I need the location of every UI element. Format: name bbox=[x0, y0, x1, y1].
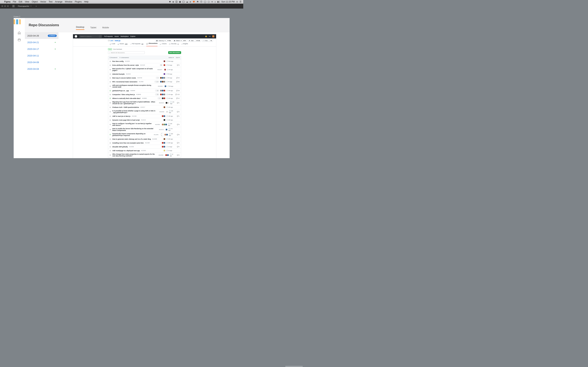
user-avatar[interactable] bbox=[212, 35, 214, 37]
discussion-row[interactable]: ⊙Best practice for a "global" static com… bbox=[108, 67, 181, 72]
add-tab-button[interactable]: + bbox=[35, 5, 37, 8]
frame-label[interactable]: Frame 2 bbox=[14, 16, 20, 18]
discussion-row[interactable]: ⊙Is it possible to know whether a page i… bbox=[108, 109, 181, 114]
discussion-row[interactable]: ⊙How to configure `tsconfig.json` to use… bbox=[108, 122, 181, 127]
feedback-link[interactable]: Give feedback bbox=[113, 48, 122, 50]
discussions-search-input[interactable]: ⌕ Search all discussions bbox=[108, 51, 145, 54]
menu-vector[interactable]: Vector bbox=[40, 0, 46, 3]
discussion-row[interactable]: ⊙Add route/page to a deployed next app#1… bbox=[108, 149, 181, 152]
bluetooth-icon[interactable]: ∗ bbox=[211, 0, 213, 3]
tab-insights[interactable]: ⫯ Insights bbox=[182, 43, 188, 46]
status-icon[interactable]: ⌀ bbox=[190, 0, 191, 3]
status-icon[interactable]: ✱ bbox=[169, 0, 171, 3]
date-item[interactable]: 2020-04-11 bbox=[25, 52, 59, 59]
discussion-row[interactable]: ☑Where to statically fetch site-wide dat… bbox=[108, 96, 181, 100]
nav-pulls[interactable]: Pull requests bbox=[104, 35, 113, 37]
discussion-row[interactable]: ⊙Firebase Auth + SWR question/advice#122… bbox=[108, 105, 181, 109]
menu-window[interactable]: Window bbox=[65, 0, 72, 3]
home-icon[interactable] bbox=[18, 31, 21, 35]
filter-unanswered[interactable]: ⊙ Unanswered bbox=[119, 57, 129, 58]
menu-help[interactable]: Help bbox=[84, 0, 88, 3]
discussion-row[interactable]: ⊙Extra attributes from the server: style… bbox=[108, 63, 181, 67]
discussion-row[interactable]: ⊙How to generate static sitemap and rss … bbox=[108, 137, 181, 141]
tab-issues[interactable]: ⊙ Issues 425 bbox=[118, 43, 128, 46]
tab-desktop[interactable]: Desktop bbox=[76, 26, 84, 30]
date-item[interactable]: 2020-04-17 bbox=[25, 46, 59, 52]
figma-canvas[interactable]: Frame 2 Repo Discussions Desktop Tablet … bbox=[0, 8, 243, 152]
status-icon[interactable]: ☘ bbox=[197, 0, 199, 3]
wifi-icon[interactable]: ⨉ bbox=[215, 0, 216, 3]
menu-object[interactable]: Object bbox=[32, 0, 38, 3]
calendar-icon[interactable] bbox=[18, 38, 21, 42]
github-logo-icon[interactable] bbox=[75, 35, 77, 38]
github-search-input[interactable]: Search or jump to... / bbox=[79, 35, 102, 38]
menu-file[interactable]: File bbox=[13, 0, 16, 3]
status-icon[interactable]: 1 bbox=[175, 1, 177, 3]
tab-discussions[interactable]: 💬 Discussions bbox=[146, 42, 157, 46]
usedby-button[interactable]: ▦ Used by ▾77.5k bbox=[155, 39, 172, 42]
nav-marketplace[interactable]: Marketplace bbox=[121, 35, 129, 37]
discussion-row[interactable]: ⊙Migrating Next app from Full SSR to hyb… bbox=[108, 100, 181, 105]
menu-edit[interactable]: Edit bbox=[19, 0, 22, 3]
figma-logo-icon[interactable]: F bbox=[12, 5, 15, 7]
repo-name[interactable]: next.js bbox=[115, 40, 121, 42]
repo-owner[interactable]: zeit bbox=[110, 40, 113, 42]
tab-prs[interactable]: ⑂ Pull requests 82 bbox=[130, 43, 144, 46]
discussion-row[interactable]: ⊙Run time config#12228🕐 54m ago bbox=[108, 59, 181, 63]
cloud-icon[interactable]: ☁ bbox=[186, 0, 188, 3]
status-icon[interactable]: ◯ bbox=[204, 0, 206, 3]
discussion-row[interactable]: ☑getStaticProps on _app#10949+ 20🕐 10h a… bbox=[108, 89, 181, 93]
discussion-row[interactable]: ⊙Best way to secure /admin routes#10724+… bbox=[108, 76, 181, 80]
design-frame[interactable]: Repo Discussions Desktop Tablet Mobile 2… bbox=[14, 18, 230, 152]
control-center-icon[interactable]: ☰ bbox=[240, 0, 242, 3]
battery-icon[interactable]: ▮▯ bbox=[217, 0, 220, 3]
tab-mobile[interactable]: Mobile bbox=[102, 26, 109, 30]
bell-icon[interactable]: 🔔 bbox=[205, 35, 207, 37]
window-traffic-lights[interactable] bbox=[1, 5, 9, 7]
discussion-row[interactable]: ⊙How to enable the Server Side Rendering… bbox=[108, 127, 181, 132]
date-item[interactable]: 2020-04-21 bbox=[25, 39, 59, 46]
discussion-row[interactable]: ⊙Dynamic route page fails to load script… bbox=[108, 118, 181, 122]
tab-tablet[interactable]: Tablet bbox=[90, 26, 96, 30]
menubar-clock[interactable]: Sun 11:15 PM bbox=[221, 0, 235, 3]
star-button[interactable]: ★ Star47.4k bbox=[188, 39, 201, 42]
close-icon[interactable]: × bbox=[30, 5, 32, 7]
tab-security[interactable]: 🛡 Security 1 bbox=[169, 43, 179, 46]
discussion-row[interactable]: ⊙Companies / Sites using Next.js#10640+ … bbox=[108, 93, 181, 96]
discussion-row[interactable]: ⊙dissable SSR globally#12202🕐 1d ago💬 2 bbox=[108, 145, 181, 149]
discussion-row[interactable]: ⊙Iubenda Example#12223🕐 5h ago bbox=[108, 72, 181, 76]
discussion-id: #12209 bbox=[152, 138, 157, 140]
new-discussion-button[interactable]: New discussion bbox=[168, 51, 181, 54]
discussion-row[interactable]: ⊙with-yarn-workspace example throws exce… bbox=[108, 84, 181, 89]
discussion-row[interactable]: ⊙installing more than one example same t… bbox=[108, 141, 181, 145]
discussion-row[interactable]: ⊙RFC: Incremental Static Generation#1155… bbox=[108, 80, 181, 84]
fork-button[interactable]: ⑂ Fork7k bbox=[202, 39, 213, 42]
date-item[interactable]: 2020-04-09 bbox=[25, 59, 59, 66]
menu-plugins[interactable]: Plugins bbox=[75, 0, 82, 3]
camera-icon[interactable]: ▣ bbox=[179, 0, 181, 3]
menu-arrange[interactable]: Arrange bbox=[55, 0, 62, 3]
filter-answered[interactable]: ☑ Answered bbox=[110, 57, 117, 58]
menu-text[interactable]: Text bbox=[49, 0, 52, 3]
nav-issues[interactable]: Issues bbox=[114, 35, 119, 37]
status-icon[interactable] bbox=[182, 1, 184, 3]
status-icon[interactable]: Ⓨ bbox=[200, 0, 202, 3]
discussion-row[interactable]: ☑Dynamically import components depending… bbox=[108, 132, 181, 137]
display-icon[interactable]: ▢ bbox=[208, 0, 210, 3]
date-item[interactable]: 2020-04-04 bbox=[25, 66, 59, 72]
tab-actions[interactable]: ▷ Actions bbox=[160, 43, 167, 46]
figma-tab[interactable]: Fluxcapacitor × bbox=[17, 4, 33, 8]
status-icon[interactable]: 🦊 bbox=[192, 0, 195, 3]
plus-icon[interactable]: +▾ bbox=[209, 35, 210, 37]
spotlight-icon[interactable]: ⊙ bbox=[236, 0, 238, 3]
discussion-row[interactable]: ⊙AMP & react-jss & Next.js#12188🕐 13h ag… bbox=[108, 114, 181, 118]
date-item[interactable]: 2020-04-26 CURRENT bbox=[25, 32, 59, 39]
menubar-app-name[interactable]: Figma bbox=[4, 0, 10, 3]
menu-view[interactable]: View bbox=[25, 0, 29, 3]
filter-author[interactable]: Author ▾ bbox=[169, 57, 174, 58]
status-icon[interactable]: ◈ bbox=[172, 0, 174, 3]
filter-sort[interactable]: Sort ▾ bbox=[176, 57, 180, 58]
tab-code[interactable]: ⟨⟩ Code bbox=[110, 43, 115, 46]
watch-button[interactable]: ◉ Watch ▾874 bbox=[173, 39, 187, 42]
nav-explore[interactable]: Explore bbox=[130, 35, 135, 37]
